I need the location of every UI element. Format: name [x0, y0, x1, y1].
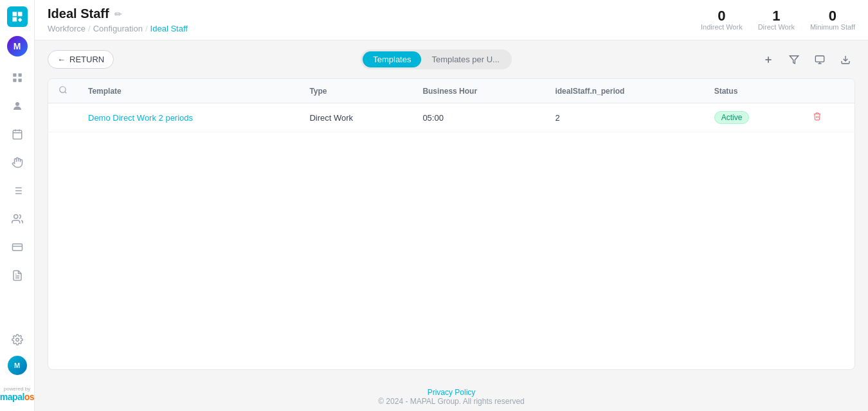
row-delete-cell — [802, 103, 854, 132]
nav-person[interactable] — [5, 94, 30, 118]
copyright-text: © 2024 - MAPAL Group. All rights reserve… — [378, 397, 525, 406]
breadcrumb-sep-1: / — [88, 24, 91, 33]
bottom-avatar[interactable]: M — [8, 356, 27, 375]
stat-indirect-work: 0 Indirect Work — [701, 9, 743, 31]
stat-indirect-work-value: 0 — [701, 9, 743, 23]
nav-hand[interactable] — [5, 150, 30, 175]
title-row: Ideal Staff ✏ — [48, 6, 188, 21]
col-actions-header — [802, 79, 854, 103]
col-template-header[interactable]: Template — [78, 79, 299, 103]
row-status-cell: Active — [704, 103, 802, 132]
privacy-policy-link[interactable]: Privacy Policy — [428, 388, 476, 397]
breadcrumb-workforce[interactable]: Workforce — [48, 24, 86, 33]
breadcrumb: Workforce / Configuration / Ideal Staff — [48, 24, 188, 40]
nav-card[interactable] — [5, 235, 30, 259]
arrow-left-icon: ← — [57, 55, 66, 64]
nav-report[interactable] — [5, 263, 30, 288]
page-footer: Privacy Policy © 2024 - MAPAL Group. All… — [35, 383, 868, 411]
toolbar-left: ← RETURN — [48, 50, 114, 69]
download-button[interactable] — [836, 50, 855, 69]
svg-rect-5 — [13, 130, 22, 139]
status-badge: Active — [714, 111, 750, 124]
delete-button[interactable] — [813, 112, 822, 123]
col-type-header[interactable]: Type — [299, 79, 412, 103]
header-left: Ideal Staff ✏ Workforce / Configuration … — [48, 6, 188, 40]
data-table-container: Template Type Business Hour idealStaff.n… — [48, 78, 855, 370]
row-search-cell — [48, 103, 78, 132]
stat-indirect-work-label: Indirect Work — [701, 23, 743, 31]
nav-settings[interactable] — [5, 328, 30, 352]
return-button[interactable]: ← RETURN — [48, 50, 114, 69]
stat-minimum-staff: 0 Minimum Staff — [810, 9, 855, 31]
row-business-hour-cell: 05:00 — [412, 103, 545, 132]
row-n-period-cell: 2 — [545, 103, 703, 132]
svg-rect-0 — [13, 73, 16, 76]
stat-minimum-staff-label: Minimum Staff — [810, 23, 855, 31]
app-logo[interactable] — [7, 6, 28, 27]
col-search — [48, 79, 78, 103]
add-button[interactable] — [759, 50, 778, 69]
main-content: Ideal Staff ✏ Workforce / Configuration … — [35, 0, 868, 411]
stat-direct-work-value: 1 — [758, 9, 795, 23]
page-header: Ideal Staff ✏ Workforce / Configuration … — [35, 0, 868, 40]
svg-rect-24 — [815, 56, 824, 62]
svg-line-29 — [65, 92, 67, 94]
data-table: Template Type Business Hour idealStaff.n… — [48, 79, 854, 132]
stat-direct-work: 1 Direct Work — [758, 9, 795, 31]
table-row: Demo Direct Work 2 periods Direct Work 0… — [48, 103, 854, 132]
row-template-cell: Demo Direct Work 2 periods — [78, 103, 299, 132]
col-business-hour-header[interactable]: Business Hour — [412, 79, 545, 103]
stat-minimum-staff-value: 0 — [810, 9, 855, 23]
nav-users[interactable] — [5, 207, 30, 231]
svg-rect-1 — [18, 73, 21, 76]
breadcrumb-current: Ideal Staff — [150, 24, 188, 33]
page-title: Ideal Staff — [48, 6, 109, 21]
svg-point-20 — [15, 338, 19, 342]
toolbar-right — [759, 50, 855, 69]
col-n-period-header[interactable]: idealStaff.n_period — [545, 79, 703, 103]
row-type-cell: Direct Work — [299, 103, 412, 132]
tab-templates[interactable]: Templates — [363, 51, 421, 67]
nav-list[interactable] — [5, 179, 30, 203]
breadcrumb-sep-2: / — [145, 24, 148, 33]
nav-dashboard[interactable] — [5, 66, 30, 90]
breadcrumb-configuration[interactable]: Configuration — [93, 24, 143, 33]
stat-direct-work-label: Direct Work — [758, 23, 795, 31]
return-label: RETURN — [69, 55, 104, 64]
content-area: ← RETURN Templates Templates per U... — [35, 40, 868, 411]
nav-calendar[interactable] — [5, 122, 30, 146]
header-stats: 0 Indirect Work 1 Direct Work 0 Minimum … — [701, 6, 855, 31]
template-link[interactable]: Demo Direct Work 2 periods — [88, 113, 193, 123]
svg-point-15 — [14, 214, 17, 218]
sidebar: M M powered by mapalos — [0, 0, 35, 411]
tab-group: Templates Templates per U... — [361, 49, 512, 69]
mapal-logo: powered by mapalos — [0, 384, 37, 405]
col-status-header[interactable]: Status — [704, 79, 802, 103]
svg-rect-3 — [18, 79, 21, 82]
svg-marker-23 — [790, 56, 798, 64]
user-avatar[interactable]: M — [7, 36, 28, 57]
toolbar: ← RETURN Templates Templates per U... — [35, 40, 868, 78]
svg-point-4 — [15, 102, 19, 106]
svg-rect-16 — [12, 244, 22, 251]
svg-rect-2 — [13, 79, 16, 82]
tab-templates-per-unit[interactable]: Templates per U... — [421, 51, 510, 67]
svg-point-28 — [60, 87, 66, 92]
table-header-row: Template Type Business Hour idealStaff.n… — [48, 79, 854, 103]
display-button[interactable] — [810, 50, 829, 69]
edit-title-icon[interactable]: ✏ — [114, 9, 122, 19]
filter-button[interactable] — [784, 50, 804, 69]
